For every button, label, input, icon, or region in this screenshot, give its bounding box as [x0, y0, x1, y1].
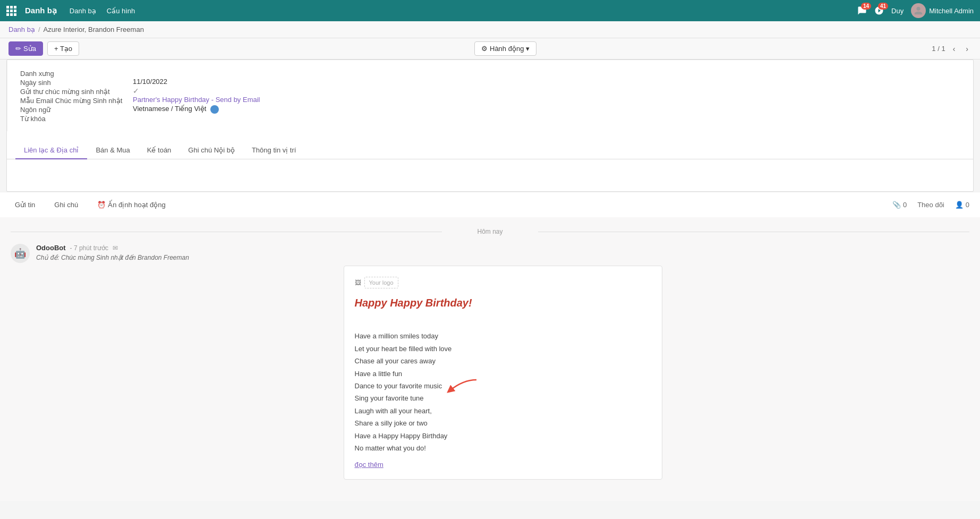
form-tabs: Liên lạc & Địa chỉ Bán & Mua Kế toán Ghi…	[7, 142, 973, 159]
nav-link-contacts[interactable]: Danh bạ	[65, 5, 100, 17]
mau-email-label: Mẫu Email Chúc mừng Sinh nhật	[20, 96, 126, 105]
odoobot-avatar: 🤖	[11, 244, 30, 263]
prev-record-button[interactable]: ‹	[950, 44, 959, 54]
edit-button[interactable]: ✏ Sửa	[8, 41, 43, 56]
danh-xung-label: Danh xưng	[20, 69, 126, 78]
email-line-6: Sing your favorite tune	[355, 394, 424, 402]
email-line-2: Let your heart be filled with love	[355, 345, 452, 353]
nav-link-config[interactable]: Cấu hình	[103, 5, 140, 17]
mau-email-value: Partner's Happy Birthday - Send by Email	[133, 96, 960, 104]
tab-ban-mua[interactable]: Bán & Mua	[87, 142, 138, 159]
user-name-duy: Duy	[891, 7, 904, 15]
person-icon: 👤	[955, 201, 964, 209]
timeline-section: Hôm nay 🤖 OdooBot - 7 phút trước ✉ Chủ đ…	[0, 217, 980, 501]
tab-ke-toan[interactable]: Kế toán	[139, 142, 180, 159]
user-menu-duy[interactable]: Duy	[891, 7, 904, 15]
mau-email-link[interactable]: Partner's Happy Birthday - Send by Email	[133, 96, 260, 104]
chatter-toolbar: Gửi tin Ghi chú ⏰ Ấn định hoạt động 📎 0 …	[0, 192, 980, 217]
ngon-ngu-label: Ngôn ngữ	[20, 105, 126, 114]
email-line-3: Chase all your cares away	[355, 357, 436, 365]
email-line-5-container: Dance to your favorite music	[355, 380, 442, 392]
form-container: Danh xưng Ngày sinh 11/10/2022 Gửi thư c…	[6, 59, 974, 192]
logo-placeholder: Your logo	[364, 277, 398, 288]
ngon-ngu-value: Vietnamese / Tiếng Việt	[133, 105, 960, 114]
messages-count: 14	[861, 3, 871, 10]
danh-xung-row: Danh xưng	[20, 69, 960, 78]
breadcrumb: Danh bạ / Azure Interior, Brandon Freema…	[0, 21, 980, 38]
email-preview: 🖼 Your logo Happy Happy Birthday! Have a…	[344, 266, 662, 480]
email-line-5: Dance to your favorite music	[355, 382, 442, 390]
user-name-mitchell: Mitchell Admin	[929, 7, 974, 15]
red-arrow-annotation	[442, 377, 479, 396]
follow-label: Theo dõi	[917, 201, 944, 209]
action-button[interactable]: ⚙ Hành động ▾	[474, 41, 536, 56]
time-separator: -	[70, 244, 74, 252]
app-grid-menu[interactable]	[6, 6, 16, 16]
app-title: Danh bạ	[25, 6, 57, 15]
right-fields-section: Danh xưng Ngày sinh 11/10/2022 Gửi thư c…	[7, 60, 973, 131]
toolbar-pagination: 1 / 1 ‹ ›	[932, 44, 972, 54]
tab-ghi-chu[interactable]: Ghi chú Nội bộ	[180, 142, 243, 159]
nav-links: Danh bạ Cấu hình	[65, 5, 139, 17]
gear-icon: ⚙	[481, 45, 488, 53]
message-subject: Chủ đề: Chúc mừng Sinh nhật đến Brandon …	[36, 254, 969, 261]
breadcrumb-parent[interactable]: Danh bạ	[8, 25, 35, 33]
tab-lien-lac[interactable]: Liên lạc & Địa chỉ	[15, 142, 87, 159]
email-line-1-text: Have a million smiles today	[355, 332, 439, 340]
user-menu-mitchell[interactable]: Mitchell Admin	[911, 3, 974, 18]
paperclip-icon: 📎	[892, 201, 901, 209]
followers-stat[interactable]: 👤 0	[955, 201, 969, 209]
activities-badge[interactable]: 41	[874, 6, 884, 15]
email-icon: ✉	[113, 244, 118, 252]
email-line-8: Share a silly joke or two	[355, 419, 428, 427]
email-title: Happy Happy Birthday!	[355, 297, 651, 309]
tu-khoa-label: Từ khóa	[20, 114, 126, 123]
grid-icon	[6, 6, 16, 16]
tab-content-area	[7, 159, 973, 191]
top-navigation: Danh bạ Danh bạ Cấu hình 14 41 Duy Mitch…	[0, 0, 980, 21]
attachments-stat[interactable]: 📎 0	[892, 201, 907, 209]
email-line-4: Have a little fun	[355, 370, 403, 378]
log-note-button[interactable]: Ghi chú	[50, 199, 82, 211]
ngay-sinh-row: Ngày sinh 11/10/2022	[20, 78, 960, 87]
email-line-10: No matter what you do!	[355, 444, 426, 452]
language-icon	[210, 105, 219, 114]
image-icon: 🖼	[355, 279, 361, 286]
gui-thu-label: Gửi thư chúc mừng sinh nhật	[20, 87, 126, 96]
toolbar-left: ✏ Sửa + Tạo	[8, 41, 79, 56]
email-line-7: Laugh with all your heart,	[355, 407, 432, 415]
chatter-actions: Gửi tin Ghi chú ⏰ Ấn định hoạt động	[11, 199, 170, 211]
tab-thong-tin[interactable]: Thông tin vị trí	[243, 142, 304, 159]
message-time: - 7 phút trước	[70, 244, 108, 252]
checkbox-checked-icon: ✓	[133, 87, 139, 95]
nav-right: 14 41 Duy Mitchell Admin	[857, 3, 974, 18]
breadcrumb-separator: /	[38, 25, 40, 33]
chevron-down-icon: ▾	[526, 45, 530, 53]
bot-icon: 🤖	[14, 248, 26, 259]
chatter-right: 📎 0 Theo dõi 👤 0	[892, 201, 969, 209]
schedule-activity-button[interactable]: ⏰ Ấn định hoạt động	[93, 199, 170, 211]
ngay-sinh-value: 11/10/2022	[133, 78, 960, 86]
message-item: 🤖 OdooBot - 7 phút trước ✉ Chủ đề: Chúc …	[11, 244, 969, 480]
gui-thu-value: ✓	[133, 87, 960, 95]
message-header: OdooBot - 7 phút trước ✉	[36, 244, 969, 252]
email-logo: 🖼 Your logo	[355, 277, 651, 288]
read-more-link[interactable]: đọc thêm	[355, 461, 651, 469]
mau-email-row: Mẫu Email Chúc mừng Sinh nhật Partner's …	[20, 96, 960, 105]
edit-icon: ✏	[15, 45, 21, 53]
follow-button[interactable]: Theo dõi	[917, 201, 944, 209]
send-message-button[interactable]: Gửi tin	[11, 199, 39, 211]
create-button[interactable]: + Tạo	[47, 41, 79, 56]
avatar	[911, 3, 926, 18]
messages-badge[interactable]: 14	[857, 6, 867, 15]
activities-count: 41	[878, 3, 888, 10]
message-author: OdooBot	[36, 244, 66, 252]
form-toolbar: ✏ Sửa + Tạo ⚙ Hành động ▾ 1 / 1 ‹ ›	[0, 38, 980, 59]
email-line-9: Have a Happy Happy Birthday	[355, 432, 448, 440]
clock-activity-icon: ⏰	[97, 201, 106, 209]
ngay-sinh-label: Ngày sinh	[20, 78, 126, 87]
next-record-button[interactable]: ›	[962, 44, 972, 54]
timeline-date: Hôm nay	[11, 228, 969, 235]
gui-thu-row: Gửi thư chúc mừng sinh nhật ✓	[20, 87, 960, 96]
ngon-ngu-row: Ngôn ngữ Vietnamese / Tiếng Việt	[20, 105, 960, 114]
